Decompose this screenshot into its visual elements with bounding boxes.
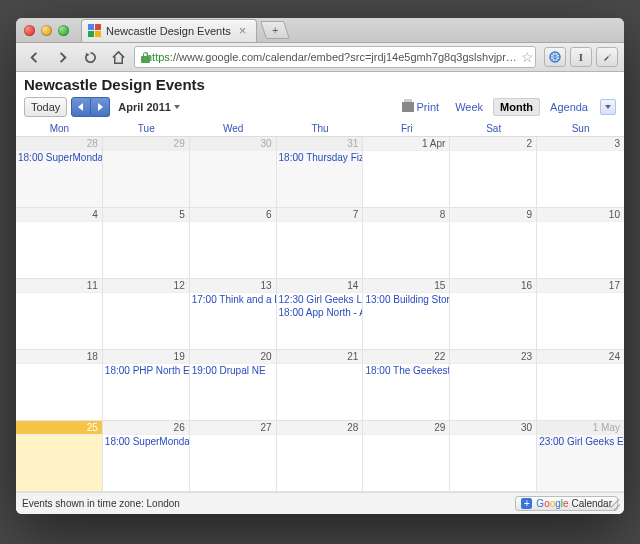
tab-title: Newcastle Design Events bbox=[106, 25, 231, 37]
print-label: Print bbox=[417, 101, 440, 113]
calendar-cell[interactable]: 1317:00 Think and a Drink bbox=[190, 279, 277, 350]
cell-date: 20 bbox=[190, 350, 276, 364]
calendar-event[interactable]: 18:00 The Geekest bbox=[363, 364, 449, 377]
calendar-cell[interactable]: 11 bbox=[16, 279, 103, 350]
prev-month-button[interactable] bbox=[71, 97, 91, 117]
calendar-cell[interactable]: 2218:00 The Geekest bbox=[363, 350, 450, 421]
calendar-cell[interactable]: 17 bbox=[537, 279, 624, 350]
window-zoom[interactable] bbox=[58, 25, 69, 36]
window-minimize[interactable] bbox=[41, 25, 52, 36]
cell-date: 18 bbox=[16, 350, 102, 364]
cell-date: 14 bbox=[277, 279, 363, 293]
cell-date: 13 bbox=[190, 279, 276, 293]
calendar-cell[interactable]: 23 bbox=[450, 350, 537, 421]
calendar-cell[interactable]: 4 bbox=[16, 208, 103, 279]
calendar-cell[interactable]: 6 bbox=[190, 208, 277, 279]
globe-icon[interactable] bbox=[544, 47, 566, 67]
month-picker[interactable]: April 2011 bbox=[118, 101, 180, 113]
calendar-cell[interactable]: 10 bbox=[537, 208, 624, 279]
cell-date: 19 bbox=[103, 350, 189, 364]
calendar-cell[interactable]: 1 May23:00 Girl Geeks Event bbox=[537, 421, 624, 492]
next-month-button[interactable] bbox=[91, 97, 110, 117]
bookmark-star-icon[interactable]: ☆ bbox=[521, 49, 534, 65]
window-close[interactable] bbox=[24, 25, 35, 36]
calendar-cell[interactable]: 27 bbox=[190, 421, 277, 492]
today-button[interactable]: Today bbox=[24, 97, 67, 117]
svg-marker-3 bbox=[98, 103, 103, 111]
calendar-event[interactable]: 18:00 SuperMonday bbox=[103, 435, 189, 448]
calendar-event[interactable]: 18:00 App North - A bbox=[277, 306, 363, 319]
cell-date: 4 bbox=[16, 208, 102, 222]
calendar-event[interactable]: 12:30 Girl Geeks Lunch bbox=[277, 293, 363, 306]
cell-date: 8 bbox=[363, 208, 449, 222]
resize-handle[interactable] bbox=[609, 499, 621, 511]
back-button[interactable] bbox=[22, 47, 46, 67]
page-title: Newcastle Design Events bbox=[16, 72, 624, 95]
serif-i-icon[interactable]: I bbox=[570, 47, 592, 67]
calendar-cell[interactable]: 1918:00 PHP North East bbox=[103, 350, 190, 421]
google-calendar-button[interactable]: + Google Calendar bbox=[515, 496, 618, 511]
cell-date: 1 May bbox=[537, 421, 624, 435]
cell-date: 1 Apr bbox=[363, 137, 449, 151]
view-agenda[interactable]: Agenda bbox=[544, 99, 594, 115]
calendar-cell[interactable]: 2618:00 SuperMonday bbox=[103, 421, 190, 492]
cell-date: 5 bbox=[103, 208, 189, 222]
calendar-cell[interactable]: 30 bbox=[450, 421, 537, 492]
calendar-event[interactable]: 18:00 Thursday Fizz bbox=[277, 151, 363, 164]
cell-date: 3 bbox=[537, 137, 624, 151]
calendar-cell[interactable]: 3 bbox=[537, 137, 624, 208]
favicon-icon bbox=[88, 24, 101, 37]
calendar-cell[interactable]: 1412:30 Girl Geeks Lunch18:00 App North … bbox=[277, 279, 364, 350]
cell-date: 26 bbox=[103, 421, 189, 435]
calendar-cell[interactable]: 3118:00 Thursday Fizz bbox=[277, 137, 364, 208]
tab-close-icon[interactable]: × bbox=[239, 23, 247, 38]
view-week[interactable]: Week bbox=[449, 99, 489, 115]
calendar-event[interactable]: 23:00 Girl Geeks Event bbox=[537, 435, 624, 448]
calendar-cell[interactable]: 1513:00 Building Store bbox=[363, 279, 450, 350]
calendar-cell[interactable]: 5 bbox=[103, 208, 190, 279]
calendar-cell[interactable]: 29 bbox=[103, 137, 190, 208]
calendar-cell[interactable]: 2019:00 Drupal NE bbox=[190, 350, 277, 421]
address-bar[interactable]: https ://www.google.com/calendar/embed?s… bbox=[134, 46, 536, 68]
calendar-event[interactable]: 18:00 PHP North East bbox=[103, 364, 189, 377]
calendar-event[interactable]: 18:00 SuperMonday bbox=[16, 151, 102, 164]
view-menu-button[interactable] bbox=[600, 99, 616, 115]
cell-date: 11 bbox=[16, 279, 102, 293]
print-button[interactable]: Print bbox=[402, 101, 440, 113]
weekday-label: Thu bbox=[277, 123, 364, 134]
calendar-cell[interactable]: 29 bbox=[363, 421, 450, 492]
calendar-cell[interactable]: 25 bbox=[16, 421, 103, 492]
calendar-cell[interactable]: 1 Apr bbox=[363, 137, 450, 208]
weekday-label: Sat bbox=[450, 123, 537, 134]
calendar-cell[interactable]: 7 bbox=[277, 208, 364, 279]
calendar-cell[interactable]: 30 bbox=[190, 137, 277, 208]
calendar-cell[interactable]: 28 bbox=[277, 421, 364, 492]
calendar-event[interactable]: 17:00 Think and a Drink bbox=[190, 293, 276, 306]
browser-tab[interactable]: Newcastle Design Events × bbox=[81, 19, 257, 42]
calendar-cell[interactable]: 9 bbox=[450, 208, 537, 279]
forward-button[interactable] bbox=[50, 47, 74, 67]
weekday-label: Fri bbox=[363, 123, 450, 134]
calendar-event[interactable]: 13:00 Building Store bbox=[363, 293, 449, 306]
calendar-cell[interactable]: 8 bbox=[363, 208, 450, 279]
calendar-event[interactable]: 19:00 Drupal NE bbox=[190, 364, 276, 377]
calendar-cell[interactable]: 21 bbox=[277, 350, 364, 421]
cell-date: 10 bbox=[537, 208, 624, 222]
home-button[interactable] bbox=[106, 47, 130, 67]
cell-date: 28 bbox=[16, 137, 102, 151]
cell-date: 22 bbox=[363, 350, 449, 364]
calendar-cell[interactable]: 12 bbox=[103, 279, 190, 350]
weekday-header: MonTueWedThuFriSatSun bbox=[16, 121, 624, 136]
cell-date: 24 bbox=[537, 350, 624, 364]
url-text: ://www.google.com/calendar/embed?src=jrd… bbox=[170, 51, 517, 63]
calendar-grid: 2818:00 SuperMonday29303118:00 Thursday … bbox=[16, 136, 624, 492]
calendar-cell[interactable]: 24 bbox=[537, 350, 624, 421]
new-tab-button[interactable]: + bbox=[260, 21, 290, 39]
calendar-cell[interactable]: 2 bbox=[450, 137, 537, 208]
wrench-icon[interactable] bbox=[596, 47, 618, 67]
calendar-cell[interactable]: 16 bbox=[450, 279, 537, 350]
reload-button[interactable] bbox=[78, 47, 102, 67]
calendar-cell[interactable]: 18 bbox=[16, 350, 103, 421]
calendar-cell[interactable]: 2818:00 SuperMonday bbox=[16, 137, 103, 208]
view-month[interactable]: Month bbox=[493, 98, 540, 116]
